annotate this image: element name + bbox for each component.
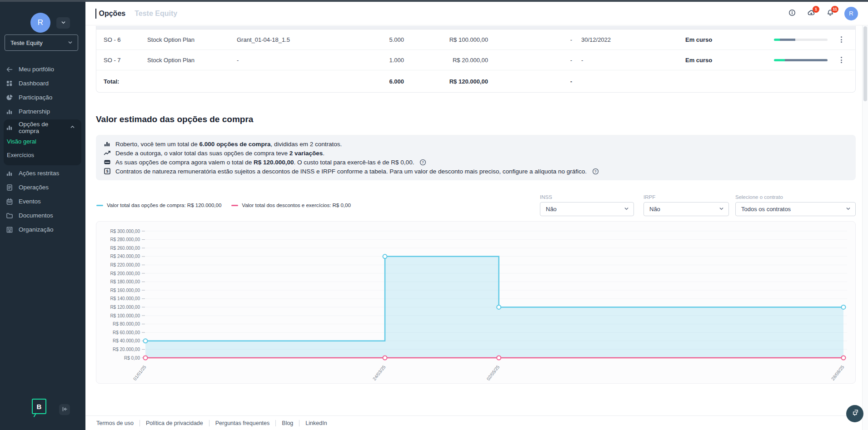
sidebar-item-acoes-restritas[interactable]: Ações restritas xyxy=(0,166,85,180)
svg-text:R$ 60.000,00: R$ 60.000,00 xyxy=(113,330,140,335)
svg-text:?: ? xyxy=(422,160,424,164)
sidebar-item-opcoes-de-compra[interactable]: Opções de compra xyxy=(4,120,81,134)
footer-separator xyxy=(209,420,210,426)
legend-item: Valor total dos descontos e exercícios: … xyxy=(231,203,351,208)
brand-logo-letter: B xyxy=(37,403,42,410)
svg-text:01/01/25: 01/01/25 xyxy=(132,364,147,381)
summary-text: Roberto, você tem um total de 6.000 opçõ… xyxy=(115,141,342,148)
chart-legend: Valor total das opções de compra: R$ 120… xyxy=(96,203,351,208)
svg-text:$: $ xyxy=(106,169,109,173)
svg-text:R$ 100.000,00: R$ 100.000,00 xyxy=(110,313,140,318)
header: Opções Teste Equity 1 11 R xyxy=(85,2,868,25)
svg-text:R$ 160.000,00: R$ 160.000,00 xyxy=(110,288,140,293)
sidebar-item-label: Eventos xyxy=(19,198,41,205)
svg-text:R$ 200.000,00: R$ 200.000,00 xyxy=(110,271,140,276)
svg-text:R$ 280.000,00: R$ 280.000,00 xyxy=(110,237,140,242)
footer-link-termos-de-uso[interactable]: Termos de uso xyxy=(96,420,134,426)
tab-opcoes[interactable]: Opções xyxy=(99,10,126,18)
svg-text:R$ 300.000,00: R$ 300.000,00 xyxy=(110,229,140,234)
pie-chart-icon xyxy=(6,94,13,101)
chevron-down-icon xyxy=(624,206,629,213)
filter-irpf-label: IRPF xyxy=(644,194,729,200)
filter-contract-value: Todos os contratos xyxy=(741,206,791,213)
notifications-badge: 11 xyxy=(831,6,838,13)
summary-text: Desde a outorga, o valor total das suas … xyxy=(115,150,324,157)
sidebar-item-eventos[interactable]: Eventos xyxy=(0,194,85,208)
row-date: 30/12/2022 xyxy=(572,36,676,43)
kebab-menu-button[interactable] xyxy=(838,56,845,64)
filter-irpf-value: Não xyxy=(649,206,660,213)
step-area-chart: R$ 300.000,00R$ 280.000,00R$ 260.000,00R… xyxy=(96,222,855,383)
brand-logo[interactable]: B xyxy=(32,399,46,414)
summary-text: As suas opções de compra agora valem o t… xyxy=(115,159,414,166)
org-select[interactable]: Teste Equity xyxy=(5,35,78,51)
row-plan: Stock Option Plan xyxy=(147,36,237,43)
row-grant: - xyxy=(237,57,351,64)
sidebar-item-meu-portfolio[interactable]: Meu portfólio xyxy=(0,62,85,76)
info-icon xyxy=(788,9,796,18)
filter-contract: Selecione o contrato Todos os contratos xyxy=(735,194,856,216)
cloud-upload-button[interactable]: 1 xyxy=(806,9,816,19)
sidebar-item-dashboard[interactable]: Dashboard xyxy=(0,76,85,90)
svg-text:R$ 180.000,00: R$ 180.000,00 xyxy=(110,279,140,284)
svg-text:R$ 20.000,00: R$ 20.000,00 xyxy=(113,347,140,352)
banknote-icon xyxy=(104,158,111,166)
footer-link-linkedin[interactable]: LinkedIn xyxy=(305,420,327,426)
footer-link-politica-de-privacidade[interactable]: Política de privacidade xyxy=(146,420,203,426)
sidebar-item-exercicios[interactable]: Exercícios xyxy=(4,148,81,162)
footer-link-blog[interactable]: Blog xyxy=(282,420,293,426)
row-actions-cell xyxy=(828,35,855,44)
svg-text:R$ 80.000,00: R$ 80.000,00 xyxy=(113,321,140,326)
footer-link-perguntas-frequentes[interactable]: Perguntas frequentes xyxy=(215,420,270,426)
sidebar-item-label: Partnership xyxy=(19,108,50,115)
sidebar-avatar[interactable]: R xyxy=(30,13,50,33)
avatar-menu-button[interactable] xyxy=(56,17,70,29)
sidebar-item-visao-geral[interactable]: Visão geral xyxy=(4,134,81,148)
svg-text:R$ 140.000,00: R$ 140.000,00 xyxy=(110,296,140,301)
info-button[interactable] xyxy=(787,9,797,19)
kebab-menu-button[interactable] xyxy=(838,35,845,44)
notifications-button[interactable]: 11 xyxy=(825,9,835,19)
sidebar-item-participacao[interactable]: Participação xyxy=(0,90,85,104)
chevron-down-icon xyxy=(68,40,73,46)
svg-text:R$ 120.000,00: R$ 120.000,00 xyxy=(110,305,140,310)
svg-text:R$ 220.000,00: R$ 220.000,00 xyxy=(110,262,140,267)
top-tabs: Opções Teste Equity xyxy=(85,9,177,19)
calendar-icon xyxy=(6,198,13,205)
dollar-square-icon: $ xyxy=(104,168,111,175)
tab-teste-equity[interactable]: Teste Equity xyxy=(135,10,177,18)
row-quantity: 5.000 xyxy=(351,36,404,43)
user-avatar[interactable]: R xyxy=(844,7,858,20)
chat-launcher-button[interactable] xyxy=(846,405,863,422)
sidebar-item-label: Participação xyxy=(19,94,52,101)
row-status: Em curso xyxy=(676,57,765,64)
sidebar-item-organizacao[interactable]: Organização xyxy=(0,222,85,237)
svg-text:02/05/25: 02/05/25 xyxy=(486,364,501,381)
filter-irpf-select[interactable]: Não xyxy=(644,202,729,216)
sidebar-item-partnership[interactable]: Partnership xyxy=(0,104,85,119)
sidebar-item-documentos[interactable]: Documentos xyxy=(0,208,85,222)
svg-text:R$ 240.000,00: R$ 240.000,00 xyxy=(110,254,140,259)
help-icon[interactable]: ? xyxy=(592,168,599,175)
building-icon xyxy=(6,226,13,233)
filter-contract-select[interactable]: Todos os contratos xyxy=(735,202,856,216)
filter-irpf: IRPF Não xyxy=(644,194,729,216)
sidebar-item-operacoes[interactable]: Operações xyxy=(0,180,85,194)
row-id: SO - 7 xyxy=(104,57,147,64)
row-quantity: 1.000 xyxy=(351,57,404,64)
options-value-chart: R$ 300.000,00R$ 280.000,00R$ 260.000,00R… xyxy=(96,221,856,384)
back-arrow-icon xyxy=(6,66,13,73)
summary-line: As suas opções de compra agora valem o t… xyxy=(104,158,848,167)
help-icon[interactable]: ? xyxy=(419,159,426,166)
footer: Termos de usoPolítica de privacidadePerg… xyxy=(85,415,862,430)
dashboard-grid-icon xyxy=(6,80,13,87)
chat-bubbles-icon xyxy=(851,409,859,419)
row-progress-cell xyxy=(765,59,828,61)
sidebar-collapse-button[interactable] xyxy=(59,404,70,415)
sidebar-nav: Meu portfólioDashboardParticipaçãoPartne… xyxy=(0,62,85,237)
chevron-down-icon xyxy=(719,206,724,213)
filter-inss-select[interactable]: Não xyxy=(540,202,634,216)
vertical-scrollbar[interactable] xyxy=(862,25,868,430)
scrollbar-thumb[interactable] xyxy=(863,26,867,101)
row-id: SO - 6 xyxy=(104,36,147,43)
